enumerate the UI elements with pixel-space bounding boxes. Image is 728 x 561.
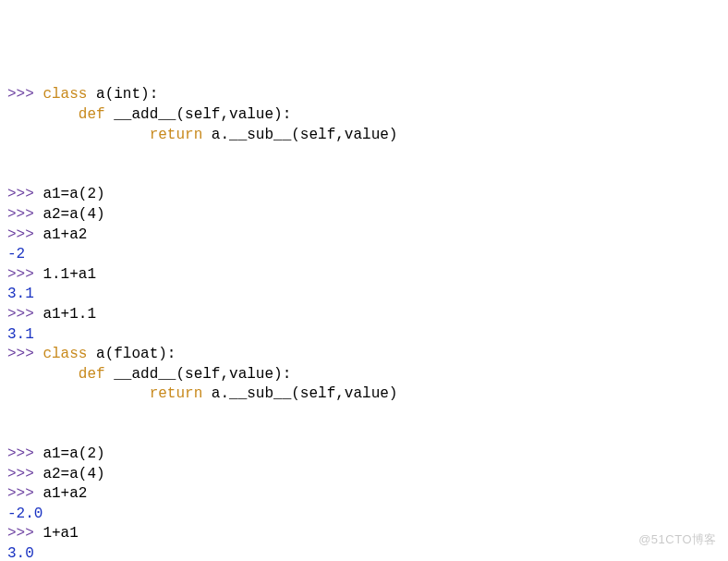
repl-prompt: >>> bbox=[7, 485, 42, 502]
code-text: a1+a2 bbox=[42, 226, 87, 243]
code-line: 3.1 bbox=[7, 285, 721, 305]
code-line: >>> 1+a1 bbox=[7, 524, 721, 544]
code-line: >>> a1+1.1 bbox=[7, 305, 721, 325]
code-line bbox=[7, 145, 721, 165]
code-line: -2.0 bbox=[7, 505, 721, 525]
code-line: >>> class a(float): bbox=[7, 345, 721, 365]
repl-prompt: >>> bbox=[7, 186, 42, 202]
code-text: __add__(self,value): bbox=[105, 366, 292, 383]
output-value: -2.0 bbox=[7, 506, 42, 522]
repl-prompt: >>> bbox=[7, 466, 42, 482]
indent bbox=[7, 127, 150, 143]
code-text: a2=a(4) bbox=[42, 466, 104, 482]
code-text: a(float): bbox=[87, 346, 176, 362]
code-line: def __add__(self,value): bbox=[7, 365, 721, 385]
code-line: >>> 1.1+a1 bbox=[7, 265, 721, 286]
code-line: -2 bbox=[7, 245, 721, 265]
code-line: >>> a2=a(4) bbox=[7, 205, 721, 226]
repl-prompt: >>> bbox=[7, 206, 42, 223]
code-text: 1.1+a1 bbox=[42, 266, 96, 283]
code-line: 3.1 bbox=[7, 325, 721, 346]
keyword: def bbox=[79, 366, 105, 383]
keyword: return bbox=[150, 127, 203, 143]
output-value: 3.1 bbox=[7, 326, 34, 343]
code-line: >>> a1+a2 bbox=[7, 226, 721, 246]
code-text: a1=a(2) bbox=[42, 186, 104, 202]
code-text: a1+a2 bbox=[42, 485, 87, 502]
code-text: a1=a(2) bbox=[42, 445, 104, 462]
keyword: class bbox=[42, 86, 87, 103]
code-text: a(int): bbox=[87, 86, 158, 103]
code-text: __add__(self,value): bbox=[105, 106, 292, 123]
indent bbox=[7, 106, 79, 123]
code-line bbox=[7, 165, 721, 186]
keyword: class bbox=[42, 346, 87, 362]
keyword: def bbox=[79, 106, 105, 123]
code-text: 1+a1 bbox=[42, 525, 78, 542]
repl-prompt: >>> bbox=[7, 346, 42, 362]
code-line: return a.__sub__(self,value) bbox=[7, 126, 721, 146]
code-line: >>> a1+a2 bbox=[7, 484, 721, 505]
indent bbox=[7, 385, 150, 402]
code-line bbox=[7, 424, 721, 445]
repl-prompt: >>> bbox=[7, 266, 42, 283]
code-text: a.__sub__(self,value) bbox=[202, 385, 397, 402]
code-line: return a.__sub__(self,value) bbox=[7, 384, 721, 405]
repl-prompt: >>> bbox=[7, 306, 42, 323]
code-line: >>> a1=a(2) bbox=[7, 445, 721, 465]
code-text: a2=a(4) bbox=[42, 206, 104, 223]
output-value: 3.1 bbox=[7, 286, 34, 302]
output-value: -2 bbox=[7, 246, 25, 262]
repl-prompt: >>> bbox=[7, 226, 42, 243]
indent bbox=[7, 366, 79, 383]
code-line: >>> a1=a(2) bbox=[7, 185, 721, 205]
code-line: def __add__(self,value): bbox=[7, 105, 721, 126]
code-line: 3.0 bbox=[7, 544, 721, 561]
output-value: 3.0 bbox=[7, 545, 34, 561]
code-line: >>> a2=a(4) bbox=[7, 465, 721, 485]
repl-prompt: >>> bbox=[7, 86, 42, 103]
repl-prompt: >>> bbox=[7, 445, 42, 462]
code-text: a.__sub__(self,value) bbox=[202, 127, 397, 143]
code-line: >>> class a(int): bbox=[7, 85, 721, 105]
repl-prompt: >>> bbox=[7, 525, 42, 542]
code-text: a1+1.1 bbox=[42, 306, 96, 323]
keyword: return bbox=[150, 385, 203, 402]
code-line bbox=[7, 405, 721, 425]
python-repl-session: >>> class a(int): def __add__(self,value… bbox=[7, 85, 721, 561]
